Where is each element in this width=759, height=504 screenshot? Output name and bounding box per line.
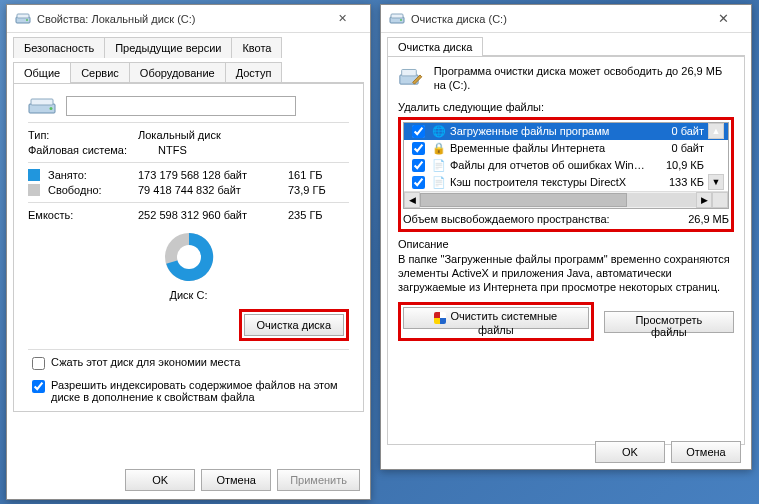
sysfiles-highlight: Очистить системные файлы <box>398 302 594 340</box>
tab-row-bottom: Общие Сервис Оборудование Доступ <box>7 58 370 83</box>
tab-quota[interactable]: Квота <box>231 37 282 58</box>
file-item-error-reports[interactable]: 📄Файлы для отчетов об ошибках Win… 10,9 … <box>404 157 728 174</box>
dialog-buttons: OK Отмена <box>595 441 741 463</box>
scroll-right[interactable]: ▶ <box>696 192 712 208</box>
scroll-thumb[interactable] <box>420 193 627 207</box>
svg-rect-4 <box>31 99 53 105</box>
freed-value: 26,9 МБ <box>688 213 729 225</box>
clean-system-files-button[interactable]: Очистить системные файлы <box>403 307 589 329</box>
close-button[interactable]: ✕ <box>322 7 362 31</box>
free-swatch <box>28 184 40 196</box>
delete-files-label: Удалить следующие файлы: <box>398 101 734 113</box>
tab-general[interactable]: Общие <box>13 62 71 83</box>
free-gb: 73,9 ГБ <box>288 184 326 196</box>
cap-bytes: 252 598 312 960 байт <box>138 209 288 221</box>
cleanup-highlight: Очистка диска <box>239 309 349 341</box>
window-title: Очистка диска (C:) <box>411 13 703 25</box>
usage-chart <box>28 229 349 285</box>
file-checkbox[interactable] <box>412 125 425 138</box>
index-checkbox-row[interactable]: Разрешить индексировать содержимое файло… <box>28 379 349 403</box>
file-checkbox[interactable] <box>412 159 425 172</box>
file-item-downloaded[interactable]: 🌐Загруженные файлы программ 0 байт ▲ <box>404 123 728 140</box>
apply-button[interactable]: Применить <box>277 469 360 491</box>
tab-prev-versions[interactable]: Предыдущие версии <box>104 37 232 58</box>
svg-point-5 <box>50 107 53 110</box>
file-item-temp-internet[interactable]: 🔒Временные файлы Интернета 0 байт <box>404 140 728 157</box>
fs-label: Файловая система: <box>28 144 158 156</box>
compress-checkbox-row[interactable]: Сжать этот диск для экономии места <box>28 356 349 373</box>
svg-point-2 <box>26 19 28 21</box>
globe-icon: 🌐 <box>432 125 446 138</box>
shield-icon <box>434 312 446 324</box>
ok-button[interactable]: OK <box>595 441 665 463</box>
tab-service[interactable]: Сервис <box>70 62 130 83</box>
svg-rect-9 <box>391 14 403 18</box>
volume-label-input[interactable] <box>66 96 296 116</box>
drive-icon <box>15 11 31 27</box>
cancel-button[interactable]: Отмена <box>201 469 271 491</box>
summary-text: Программа очистки диска может освободить… <box>434 64 734 93</box>
freed-label: Объем высвобождаемого пространства: <box>403 213 610 225</box>
used-label: Занято: <box>48 169 138 181</box>
svg-rect-12 <box>402 69 417 75</box>
disk-c-label: Диск C: <box>28 289 349 301</box>
svg-point-7 <box>177 245 201 269</box>
used-swatch <box>28 169 40 181</box>
titlebar: Очистка диска (C:) ✕ <box>381 5 751 33</box>
close-button[interactable]: ✕ <box>703 7 743 31</box>
free-label: Свободно: <box>48 184 138 196</box>
ok-button[interactable]: OK <box>125 469 195 491</box>
type-label: Тип: <box>28 129 138 141</box>
window-title: Свойства: Локальный диск (C:) <box>37 13 322 25</box>
cleanup-body: Программа очистки диска может освободить… <box>387 55 745 445</box>
cap-label: Емкость: <box>28 209 138 221</box>
scroll-down[interactable]: ▼ <box>708 174 724 190</box>
filelist-highlight: 🌐Загруженные файлы программ 0 байт ▲ 🔒Вр… <box>398 117 734 232</box>
properties-window: Свойства: Локальный диск (C:) ✕ Безопасн… <box>6 4 371 500</box>
lock-icon: 🔒 <box>432 142 446 155</box>
titlebar: Свойства: Локальный диск (C:) ✕ <box>7 5 370 33</box>
cap-gb: 235 ГБ <box>288 209 323 221</box>
description-text: В папке "Загруженные файлы программ" вре… <box>398 252 734 295</box>
tab-access[interactable]: Доступ <box>225 62 283 83</box>
drive-broom-icon <box>398 64 424 92</box>
index-checkbox[interactable] <box>32 380 45 393</box>
compress-checkbox[interactable] <box>32 357 45 370</box>
file-checkbox[interactable] <box>412 142 425 155</box>
description-label: Описание <box>398 238 449 250</box>
scroll-up[interactable]: ▲ <box>708 123 724 139</box>
compress-label: Сжать этот диск для экономии места <box>51 356 240 368</box>
used-bytes: 173 179 568 128 байт <box>138 169 288 181</box>
disk-cleanup-button[interactable]: Очистка диска <box>244 314 344 336</box>
drive-large-icon <box>28 96 56 116</box>
disk-cleanup-window: Очистка диска (C:) ✕ Очистка диска Прогр… <box>380 4 752 470</box>
fs-value: NTFS <box>158 144 349 156</box>
tab-hardware[interactable]: Оборудование <box>129 62 226 83</box>
file-checkbox[interactable] <box>412 176 425 189</box>
free-bytes: 79 418 744 832 байт <box>138 184 288 196</box>
dialog-buttons: OK Отмена Применить <box>125 469 360 491</box>
scroll-left[interactable]: ◀ <box>404 192 420 208</box>
file-icon: 📄 <box>432 159 446 172</box>
tab-security[interactable]: Безопасность <box>13 37 105 58</box>
file-item-dx-cache[interactable]: 📄Кэш построителя текстуры DirectX 133 КБ… <box>404 174 728 191</box>
view-files-button[interactable]: Просмотреть файлы <box>604 311 734 333</box>
drive-icon <box>389 11 405 27</box>
used-gb: 161 ГБ <box>288 169 323 181</box>
index-label: Разрешить индексировать содержимое файло… <box>51 379 349 403</box>
file-icon: 📄 <box>432 176 446 189</box>
horizontal-scrollbar[interactable]: ◀ ▶ <box>404 191 728 208</box>
tab-cleanup[interactable]: Очистка диска <box>387 37 483 56</box>
cancel-button[interactable]: Отмена <box>671 441 741 463</box>
svg-rect-1 <box>17 14 29 18</box>
tab-row-top: Безопасность Предыдущие версии Квота <box>7 33 370 58</box>
file-list[interactable]: 🌐Загруженные файлы программ 0 байт ▲ 🔒Вр… <box>403 122 729 209</box>
tab-row: Очистка диска <box>381 33 751 56</box>
tab-body-general: Тип:Локальный диск Файловая система:NTFS… <box>13 82 364 412</box>
svg-point-10 <box>400 19 402 21</box>
type-value: Локальный диск <box>138 129 349 141</box>
